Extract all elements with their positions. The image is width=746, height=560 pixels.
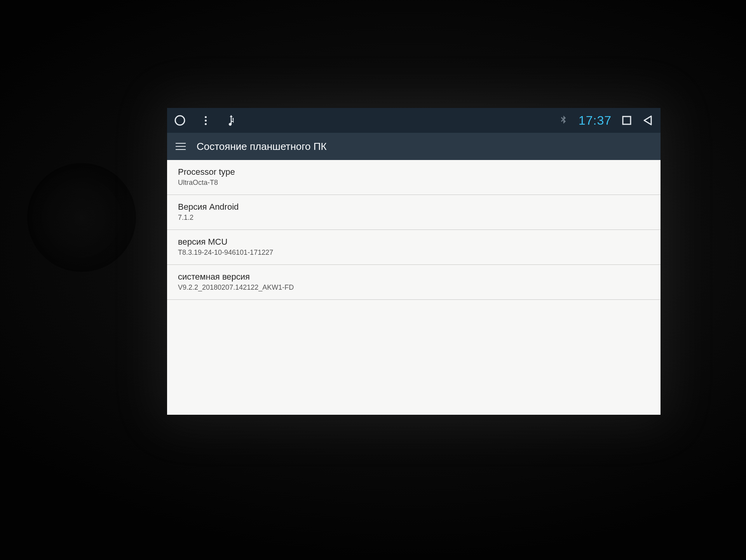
page-title: Состояние планшетного ПК xyxy=(197,141,327,153)
back-icon[interactable] xyxy=(642,115,654,126)
row-label: Версия Android xyxy=(178,202,650,212)
bluetooth-icon xyxy=(558,115,569,126)
row-label: системная версия xyxy=(178,272,650,282)
row-label: версия MCU xyxy=(178,237,650,247)
usb-icon xyxy=(225,115,237,126)
home-circle-icon[interactable] xyxy=(174,115,186,126)
recents-icon[interactable] xyxy=(621,115,633,126)
clock-text: 17:37 xyxy=(579,113,612,128)
list-item[interactable]: версия MCU T8.3.19-24-10-946101-171227 xyxy=(167,230,661,265)
status-bar: 17:37 xyxy=(167,108,661,133)
overflow-menu-icon[interactable] xyxy=(200,115,211,126)
row-value: V9.2.2_20180207.142122_AKW1-FD xyxy=(178,283,650,292)
row-value: T8.3.19-24-10-946101-171227 xyxy=(178,249,650,257)
row-label: Processor type xyxy=(178,167,650,177)
list-item[interactable]: Версия Android 7.1.2 xyxy=(167,195,661,230)
list-item[interactable]: системная версия V9.2.2_20180207.142122_… xyxy=(167,265,661,300)
svg-point-0 xyxy=(175,116,185,125)
page-header: Состояние планшетного ПК xyxy=(167,133,661,160)
list-item[interactable]: Processor type UltraOcta-T8 xyxy=(167,160,661,195)
tablet-screen: 17:37 Состояние планшетного ПК Processor… xyxy=(167,108,661,415)
row-value: UltraOcta-T8 xyxy=(178,179,650,187)
rotary-dial xyxy=(27,163,136,272)
svg-marker-2 xyxy=(644,116,651,125)
svg-rect-1 xyxy=(623,117,631,124)
hamburger-menu-icon[interactable] xyxy=(176,143,186,150)
settings-list[interactable]: Processor type UltraOcta-T8 Версия Andro… xyxy=(167,160,661,415)
row-value: 7.1.2 xyxy=(178,214,650,222)
